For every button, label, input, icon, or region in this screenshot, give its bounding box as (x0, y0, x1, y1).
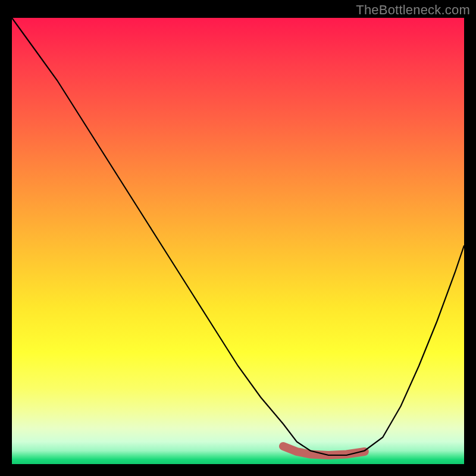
background-gradient (12, 18, 464, 464)
chart-frame: TheBottleneck.com (0, 0, 476, 476)
plot-area (12, 18, 464, 464)
attribution-label: TheBottleneck.com (356, 2, 470, 18)
